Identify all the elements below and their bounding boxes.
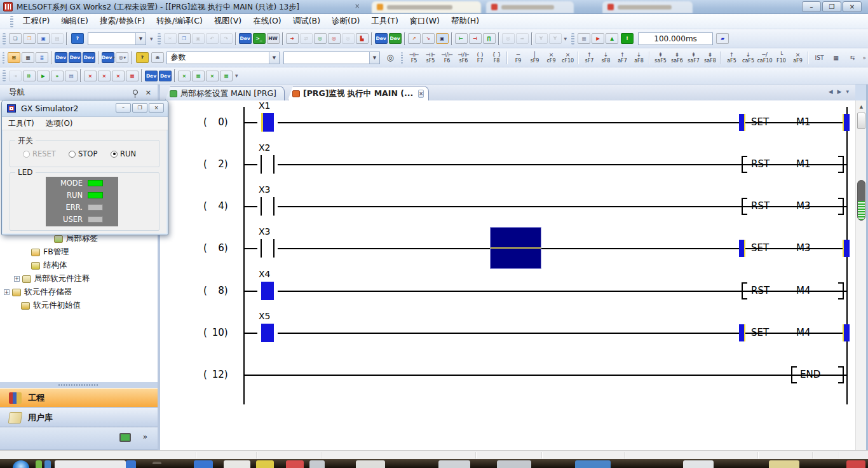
ladder-symbol-button[interactable] <box>649 52 650 64</box>
tree-item[interactable]: 结构体 <box>23 259 156 272</box>
dev-display-button[interactable]: Dev▾ <box>102 52 114 63</box>
menu-item[interactable]: 转换/编译(C) <box>151 14 208 29</box>
toolbar-button[interactable] <box>371 32 372 45</box>
toolbar-button[interactable] <box>98 52 99 64</box>
ladder-symbol-button[interactable]: ⊣/⊢F6 <box>438 50 455 66</box>
step-over-button[interactable]: ⇥ <box>9 71 22 81</box>
read-from-plc-button[interactable]: >_ <box>253 33 266 44</box>
toolbar-button[interactable] <box>404 32 405 45</box>
clear-wrench-1-button[interactable]: × <box>84 71 97 81</box>
menu-item[interactable]: 窗口(W) <box>404 14 445 29</box>
monitor-mode-button[interactable]: ▣ <box>436 33 449 44</box>
tree-expand-icon[interactable]: + <box>14 276 20 282</box>
tree-expand-icon[interactable]: + <box>4 289 10 295</box>
tip-button[interactable]: ? <box>136 52 149 63</box>
menu-item[interactable]: 工程(P) <box>17 14 55 29</box>
tree-item[interactable]: + 软元件存储器 <box>4 286 156 299</box>
flag-button[interactable]: ▰ <box>716 33 729 44</box>
grid-button[interactable]: ▦ <box>578 33 590 44</box>
paste-button[interactable]: ▣ <box>192 33 205 44</box>
instruction[interactable]: END <box>800 369 820 380</box>
project-combo[interactable]: ▼ <box>88 32 146 45</box>
vertical-scrollbar[interactable]: ▲ <box>855 100 866 450</box>
dev-note-button[interactable]: Dev <box>83 52 95 63</box>
chevron-down-icon[interactable]: ▼ <box>369 52 379 64</box>
taskbar-item[interactable] <box>846 460 865 468</box>
toolbar-button[interactable] <box>51 52 52 64</box>
contact-x3[interactable] <box>257 196 278 216</box>
tree-item[interactable]: FB管理 <box>23 245 156 259</box>
instruction[interactable]: RST <box>751 285 770 296</box>
operand[interactable]: M4 <box>796 285 811 296</box>
pause-button[interactable]: ⊪ <box>23 71 36 81</box>
clear-wrench-2-button[interactable]: × <box>98 71 111 81</box>
ladder-symbol-button[interactable] <box>808 52 809 64</box>
menu-item[interactable]: 帮助(H) <box>445 14 485 29</box>
operand[interactable]: M1 <box>796 116 811 128</box>
scrollbar-thumb[interactable] <box>857 113 865 129</box>
dev-comment-button[interactable]: Dev <box>55 52 67 63</box>
sidebar-item-project[interactable]: 工程 <box>0 388 158 408</box>
toolbar-overflow-icon[interactable]: » <box>862 55 866 61</box>
dev-statement-button[interactable]: Dev <box>69 52 81 63</box>
watch-2-button[interactable]: ➟ <box>516 33 529 44</box>
instruction[interactable]: SET <box>751 116 769 128</box>
toolbar-button[interactable] <box>235 32 236 45</box>
contact-x5-energized[interactable] <box>257 323 278 343</box>
ladder-symbol-button[interactable]: ↑sF7 <box>581 50 597 66</box>
monitor-scroll-indicator[interactable] <box>857 180 865 221</box>
instruction[interactable]: RST <box>751 158 770 170</box>
ladder-symbol-button[interactable]: ⇞saF7 <box>685 50 702 66</box>
monitor-write-button[interactable]: ➜ <box>286 33 299 44</box>
window-control-button[interactable]: × <box>843 1 862 12</box>
undo-button[interactable]: ↶ <box>206 33 219 44</box>
print-button[interactable]: ▤ <box>51 33 64 44</box>
find-button[interactable]: ⋒ <box>151 52 164 63</box>
start-button[interactable] <box>13 460 29 468</box>
switch-radio[interactable]: RESET <box>23 149 56 158</box>
tray-icon[interactable] <box>36 460 42 468</box>
toolbar-button[interactable] <box>282 32 283 45</box>
statement-up-button[interactable]: ↗ <box>408 33 421 44</box>
toolbar-overflow-icon[interactable]: ▾ <box>150 36 153 42</box>
clear-step-button[interactable]: × <box>112 71 125 81</box>
module-config-button[interactable]: ▦ <box>22 52 34 63</box>
taskbar-item[interactable] <box>126 460 136 468</box>
display-target-button[interactable]: ◎▾ <box>116 52 128 63</box>
watch-1-button[interactable]: ◎ <box>502 33 515 44</box>
exec-clear-2-button[interactable]: × <box>206 71 219 81</box>
toolbar-overflow-icon[interactable]: ▾ <box>564 36 567 42</box>
tree-item[interactable]: + 局部软元件注释 <box>14 272 156 286</box>
write-to-plc-button[interactable]: Dev <box>239 33 252 44</box>
program-list-button[interactable]: ≣ <box>36 52 48 63</box>
ladder-symbol-button[interactable]: ↑aF7 <box>614 50 630 66</box>
save-button[interactable]: ▣ <box>37 33 50 44</box>
switch-radio[interactable]: STOP <box>69 149 97 158</box>
ladder-symbol-button[interactable]: ⇞saF5 <box>652 50 668 66</box>
instruction[interactable]: RST <box>751 200 770 212</box>
tree-item[interactable]: 软元件初始值 <box>13 299 156 312</box>
pulse-button[interactable]: ∏ <box>483 33 496 44</box>
taskbar-item[interactable] <box>286 460 304 468</box>
monitor-watch-green-button[interactable]: ◎ <box>314 33 327 44</box>
search-device-button[interactable]: ◎ <box>383 51 398 65</box>
tray-icon[interactable] <box>44 460 51 468</box>
ladder-symbol-button[interactable]: ( )F7 <box>471 50 488 66</box>
switch-radio[interactable]: RUN <box>111 149 136 158</box>
ladder-symbol-button[interactable]: { }F8 <box>488 50 505 66</box>
simulator-window-control-button[interactable]: – <box>116 103 131 113</box>
simulation-info-button[interactable]: ! <box>621 33 634 44</box>
operand[interactable]: M1 <box>796 158 811 170</box>
toolbar-button[interactable] <box>531 32 532 45</box>
taskbar-item[interactable] <box>683 460 714 468</box>
menu-item[interactable]: 视图(V) <box>208 14 247 29</box>
simulation-run-button[interactable]: ▶ <box>592 33 604 44</box>
ladder-symbol-button[interactable]: ×cF9 <box>543 50 559 66</box>
open-button[interactable]: ❐ <box>23 33 36 44</box>
tab-scroll-icon[interactable]: ▶ <box>837 88 842 95</box>
toolbar-button[interactable] <box>174 69 175 82</box>
toolbar-overflow-icon[interactable]: ▾ <box>235 72 238 79</box>
more-panels-chevron[interactable]: » <box>143 432 147 441</box>
ladder-symbol-button[interactable]: ⇟saF8 <box>702 50 718 66</box>
help-button[interactable]: ? <box>71 33 84 44</box>
